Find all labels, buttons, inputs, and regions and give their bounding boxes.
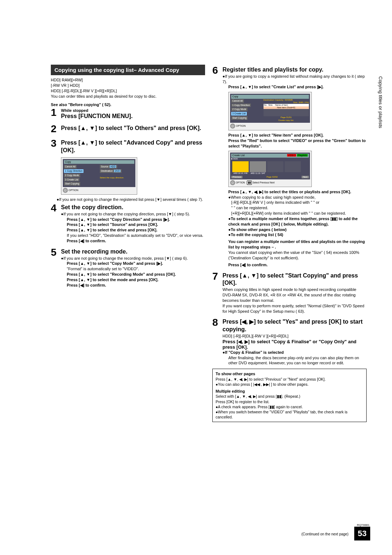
osd2-hdr: No. Size Name of item <box>264 104 309 106</box>
fmt2: [-RW VR ] HDD] <box>51 83 79 88</box>
s6l3: Press the "Red" button to select "VIDEO"… <box>228 138 367 149</box>
osd3-prev: Previous <box>231 176 242 178</box>
step-3: 3 Press [▲, ▼] to select "Advanced Copy"… <box>51 138 205 154</box>
osd-select-dir: Select the copy direction. <box>100 177 124 179</box>
step-5-bullet: ●If you are not going to change the reco… <box>61 256 205 261</box>
page-number: 53 <box>354 527 370 540</box>
s6l11: ●To edit the copying list ( 54) <box>228 232 367 238</box>
step-2-title: Press [▲, ▼] to select "To Others" and p… <box>61 125 205 132</box>
osd-copy-mode: 2 Copy Mode <box>64 174 80 177</box>
pause-icon: ▮▮ <box>247 181 252 185</box>
s7b2: If you want copy to perform more quietly… <box>222 303 367 314</box>
osd2-ccl: Create copy list. <box>264 119 309 122</box>
option-icon: ⊙ <box>63 188 68 193</box>
section-header: Copying using the copying list– Advanced… <box>51 65 205 75</box>
s8l3: After finalising, the discs become play-… <box>228 355 367 366</box>
osd-source: Source HDD <box>100 165 117 169</box>
s6l6: [-R][-R]DL][-RW V ] only items indicated… <box>231 200 367 205</box>
osd3-next: Next <box>302 176 309 178</box>
s8sub: HDD] [-R][-R]DL][-RW V ][+R][+R]DL] <box>222 333 367 339</box>
page: Copying using the copying list– Advanced… <box>0 0 392 437</box>
info-l2: ●You can also press [ |◀◀ , ▶▶| ] to sho… <box>216 382 363 387</box>
s4l1: Press [▲, ▼] to select "Copy Direction" … <box>67 217 205 222</box>
osd3-cl: Create List <box>232 154 245 157</box>
step-7: 7 Press [▲, ▼] to select "Start Copying"… <box>212 271 367 314</box>
option-icon-3: ⊙ <box>230 180 235 185</box>
s6l7: " " can be registered. <box>231 205 367 211</box>
s5l5: Press [◀] to confirm. <box>67 283 205 288</box>
osd3-select: Select <box>253 181 259 183</box>
s4l5: Press [◀] to confirm. <box>67 238 205 244</box>
s6l9: ●To select a multiple number of items to… <box>228 216 367 227</box>
step-3-num: 3 <box>51 138 61 154</box>
osd-create-list: 3 Create List <box>64 178 79 182</box>
osd3-t1: ARD 10.10. FRI <box>232 172 249 175</box>
info-l6: ●When you switch between the "VIDEO" and… <box>216 409 363 420</box>
osd-title: Copy <box>64 160 134 164</box>
s4l4: If you select "HDD", "Destination" is au… <box>67 233 205 238</box>
s6l8: [+R][+R]DL][+RW] only items indicated wi… <box>231 211 367 216</box>
s6l5: ●When copying to a disc using high speed… <box>228 195 367 200</box>
osd2-cd: 1 Copy Direction <box>231 104 251 107</box>
format-lines: HDD] RAM][+RW] [-RW VR ] HDD] HDD] [-R][… <box>51 77 205 99</box>
s6l2: Press [▲, ▼] to select "New item" and pr… <box>228 133 367 138</box>
fmt4: You can order titles and playlists as de… <box>51 94 156 98</box>
s4l2: Press [▲, ▼] to select "Source" and pres… <box>67 222 205 227</box>
s5l2: "Format" is automatically set to "VIDEO"… <box>67 266 205 272</box>
osd2-size: Size: 0MB ( 0%) <box>264 101 309 104</box>
step-2: 2 Press [▲, ▼] to select "To Others" and… <box>51 123 205 135</box>
step-8: 8 Press [◀, ▶] to select "Yes" and press… <box>212 317 367 366</box>
s6l13: You cannot start copying when the value … <box>228 250 367 261</box>
osd3-option: OPTION <box>236 181 245 183</box>
osd-thumbnails-figure: Create List VIDEO Playlists ■ HDD ARD 10… <box>228 151 312 187</box>
continued-note: (Continued on the next page) <box>301 532 348 536</box>
s5l4: Press [▲, ▼] to select the mode and pres… <box>67 277 205 283</box>
s8l1: Press [◀, ▶] to select "Copy & Finalise"… <box>222 339 367 350</box>
osd2-page: Page 01/01 <box>264 116 309 119</box>
side-tab: Copying titles or playlists <box>376 73 385 132</box>
doc-code: RQT8881 <box>357 523 369 527</box>
step-5-num: 5 <box>51 247 61 288</box>
step-6: 6 Register titles and playlists for copy… <box>212 65 367 268</box>
info-box: To show other pages Press [▲, ▼, ◀, ▶] t… <box>212 369 367 422</box>
step-3-note: ●If you are not going to change the regi… <box>57 197 205 202</box>
step-6-title: Register titles and playlists for copy. <box>222 66 367 74</box>
osd-copy-dir: 1 Copy Direction <box>64 169 83 173</box>
osd3-pl: Playlists <box>297 154 308 157</box>
step-7-num: 7 <box>212 271 222 314</box>
osd-option: OPTION <box>69 189 78 191</box>
step-7-title: Press [▲, ▼] to select "Start Copying" a… <box>222 272 367 287</box>
osd3-video: VIDEO <box>287 154 297 157</box>
step-4-title: Set the copy direction. <box>61 204 205 211</box>
osd2-option: OPTION <box>236 125 246 127</box>
step-2-num: 2 <box>51 123 61 135</box>
osd2-cap: Destination Capacity: 4343MB <box>264 99 309 101</box>
osd3-pn: Previous Next <box>260 181 274 183</box>
osd2-newitem: New item (Total=0) <box>264 106 309 109</box>
step-8-num: 8 <box>212 317 222 366</box>
s8l2: ●If "Copy & Finalise" is selected <box>222 350 367 355</box>
s7b1: When copying titles in high speed mode t… <box>222 287 367 303</box>
osd2-title: Copy <box>231 95 309 98</box>
step-3-title: Press [▲, ▼] to select "Advanced Copy" a… <box>61 139 205 154</box>
fmt3: HDD] [-R][-R]DL][-RW V ][+R][+R]DL] <box>51 89 117 93</box>
osd-create-list-figure: Copy Cancel All 1 Copy Direction 2 Copy … <box>228 92 312 130</box>
step-1-sub: While stopped <box>61 108 205 113</box>
s6l10: ●To show other pages ( below) <box>228 227 367 232</box>
info-l3: Select with [▲, ▼, ◀, ▶] and press [▮▮].… <box>216 394 363 399</box>
step-4: 4 Set the copy direction. ●If you are no… <box>51 202 205 244</box>
osd3-page: Page 02/02 <box>266 176 278 178</box>
osd2-cl: 3 Create List <box>231 112 247 116</box>
info-h2: Multiple editing <box>216 389 363 394</box>
left-column: Copying using the copying list– Advanced… <box>51 65 205 422</box>
step-6-bullet: ●If you are going to copy a registered l… <box>222 74 367 85</box>
s6l12: You can register a multiple number of ti… <box>228 239 367 250</box>
info-l1: Press [▲, ▼, ◀, ▶] to select "Previous" … <box>216 377 363 382</box>
s5l3: Press [▲, ▼] to select "Recording Mode" … <box>67 272 205 277</box>
s6l1: Press [▲, ▼] to select "Create List" and… <box>228 84 367 90</box>
s4l3: Press [▲, ▼] to select the drive and pre… <box>67 227 205 233</box>
option-icon-2: ⊙ <box>230 123 235 129</box>
step-1: 1 While stopped Press [FUNCTION MENU]. <box>51 107 205 120</box>
osd-cancel-all: Cancel All <box>64 165 77 169</box>
step-4-bullet: ●If you are not going to change the copy… <box>61 211 205 217</box>
